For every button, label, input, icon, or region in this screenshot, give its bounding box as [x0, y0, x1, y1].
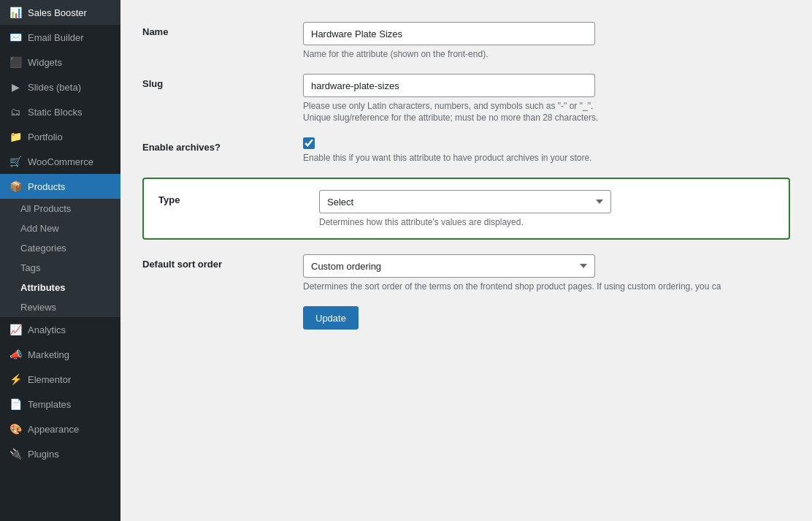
sidebar-item-static-blocks[interactable]: 🗂 Static Blocks	[0, 99, 120, 124]
templates-icon: 📄	[9, 398, 22, 411]
widgets-icon: ⬛	[9, 56, 22, 69]
sidebar-item-email-builder[interactable]: ✉️ Email Builder	[0, 25, 120, 50]
sort-control-wrap: Custom ordering Name Name (numeric) Term…	[303, 254, 790, 292]
sidebar-item-label-plugins: Plugins	[28, 449, 59, 460]
sidebar-item-add-new[interactable]: Add New	[0, 218, 120, 238]
sidebar-item-templates[interactable]: 📄 Templates	[0, 392, 120, 417]
sidebar-item-label-elementor: Elementor	[28, 374, 71, 385]
woocommerce-icon: 🛒	[9, 155, 22, 168]
sidebar: 📊 Sales Booster ✉️ Email Builder ⬛ Widge…	[0, 0, 120, 521]
all-products-label: All Products	[20, 203, 71, 214]
sidebar-item-appearance[interactable]: 🎨 Appearance	[0, 417, 120, 441]
sidebar-item-label-static-blocks: Static Blocks	[28, 107, 82, 118]
sidebar-item-products[interactable]: 📦 Products	[0, 174, 120, 199]
sort-row: Default sort order Custom ordering Name …	[142, 254, 790, 292]
analytics-icon: 📈	[9, 323, 22, 336]
slug-help1: Please use only Latin characters, number…	[303, 101, 790, 111]
sidebar-item-label-sales-booster: Sales Booster	[28, 7, 87, 18]
name-help: Name for the attribute (shown on the fro…	[303, 49, 790, 59]
sidebar-item-elementor[interactable]: ⚡ Elementor	[0, 367, 120, 392]
sidebar-item-portfolio[interactable]: 📁 Portfolio	[0, 124, 120, 149]
type-row-highlight: Type Select Text Color Image Label Deter…	[142, 178, 790, 240]
categories-label: Categories	[20, 243, 66, 254]
sidebar-item-slides-beta[interactable]: ▶ Slides (beta)	[0, 75, 120, 99]
sidebar-item-label-portfolio: Portfolio	[28, 132, 63, 142]
type-label: Type	[158, 190, 319, 205]
sidebar-item-reviews[interactable]: Reviews	[0, 297, 120, 317]
sidebar-item-label-email-builder: Email Builder	[28, 32, 84, 43]
sort-select[interactable]: Custom ordering Name Name (numeric) Term…	[303, 254, 595, 278]
add-new-label: Add New	[20, 223, 59, 234]
type-row: Type Select Text Color Image Label Deter…	[158, 190, 774, 227]
name-row: Name Name for the attribute (shown on th…	[142, 22, 790, 59]
slug-help2: Unique slug/reference for the attribute;…	[303, 113, 790, 123]
checkbox-wrap	[303, 137, 790, 149]
appearance-icon: 🎨	[9, 422, 22, 436]
sidebar-item-analytics[interactable]: 📈 Analytics	[0, 317, 120, 342]
archives-checkbox[interactable]	[303, 137, 315, 149]
slug-row: Slug Please use only Latin characters, n…	[142, 74, 790, 123]
sidebar-item-tags[interactable]: Tags	[0, 258, 120, 278]
marketing-icon: 📣	[9, 348, 22, 361]
name-input[interactable]	[303, 22, 595, 45]
archives-help: Enable this if you want this attribute t…	[303, 153, 790, 163]
sidebar-item-all-products[interactable]: All Products	[0, 199, 120, 218]
sales-booster-icon: 📊	[9, 6, 22, 19]
sidebar-item-widgets[interactable]: ⬛ Widgets	[0, 50, 120, 75]
sort-help: Determines the sort order of the terms o…	[303, 281, 790, 292]
update-button[interactable]: Update	[303, 306, 359, 330]
type-control-wrap: Select Text Color Image Label Determines…	[319, 190, 774, 227]
sidebar-item-label-widgets: Widgets	[28, 57, 62, 68]
name-label: Name	[142, 22, 303, 37]
name-control-wrap: Name for the attribute (shown on the fro…	[303, 22, 790, 59]
sidebar-item-sales-booster[interactable]: 📊 Sales Booster	[0, 0, 120, 25]
slug-control-wrap: Please use only Latin characters, number…	[303, 74, 790, 123]
sidebar-item-label-products: Products	[28, 181, 65, 192]
sidebar-item-label-appearance: Appearance	[28, 424, 79, 435]
sidebar-item-plugins[interactable]: 🔌 Plugins	[0, 441, 120, 466]
update-control-wrap: Update	[303, 306, 790, 330]
static-blocks-icon: 🗂	[9, 105, 22, 118]
sidebar-item-categories[interactable]: Categories	[0, 238, 120, 258]
slug-label: Slug	[142, 74, 303, 89]
sidebar-item-label-analytics: Analytics	[28, 324, 66, 335]
type-help: Determines how this attribute's values a…	[319, 217, 774, 227]
products-submenu: All Products Add New Categories Tags Att…	[0, 199, 120, 317]
attributes-label: Attributes	[20, 282, 65, 293]
tags-label: Tags	[20, 262, 40, 273]
archives-row: Enable archives? Enable this if you want…	[142, 137, 790, 163]
update-row: Update	[142, 306, 790, 330]
sort-label: Default sort order	[142, 254, 303, 270]
form-section: Name Name for the attribute (shown on th…	[142, 22, 790, 330]
sidebar-item-label-slides-beta: Slides (beta)	[28, 82, 81, 93]
main-content: Name Name for the attribute (shown on th…	[120, 0, 812, 521]
slug-input[interactable]	[303, 74, 595, 97]
type-select[interactable]: Select Text Color Image Label	[319, 190, 611, 213]
update-spacer	[142, 306, 303, 311]
plugins-icon: 🔌	[9, 447, 22, 460]
sidebar-item-label-templates: Templates	[28, 399, 71, 410]
sidebar-item-label-woocommerce: WooCommerce	[28, 156, 93, 167]
sidebar-item-marketing[interactable]: 📣 Marketing	[0, 342, 120, 367]
elementor-icon: ⚡	[9, 373, 22, 386]
products-icon: 📦	[9, 180, 22, 193]
archives-label: Enable archives?	[142, 137, 303, 153]
slides-icon: ▶	[9, 80, 22, 94]
sidebar-item-attributes[interactable]: Attributes	[0, 278, 120, 297]
reviews-label: Reviews	[20, 302, 56, 313]
archives-control-wrap: Enable this if you want this attribute t…	[303, 137, 790, 163]
email-builder-icon: ✉️	[9, 31, 22, 44]
sidebar-item-label-marketing: Marketing	[28, 349, 69, 360]
portfolio-icon: 📁	[9, 130, 22, 143]
sidebar-item-woocommerce[interactable]: 🛒 WooCommerce	[0, 149, 120, 174]
